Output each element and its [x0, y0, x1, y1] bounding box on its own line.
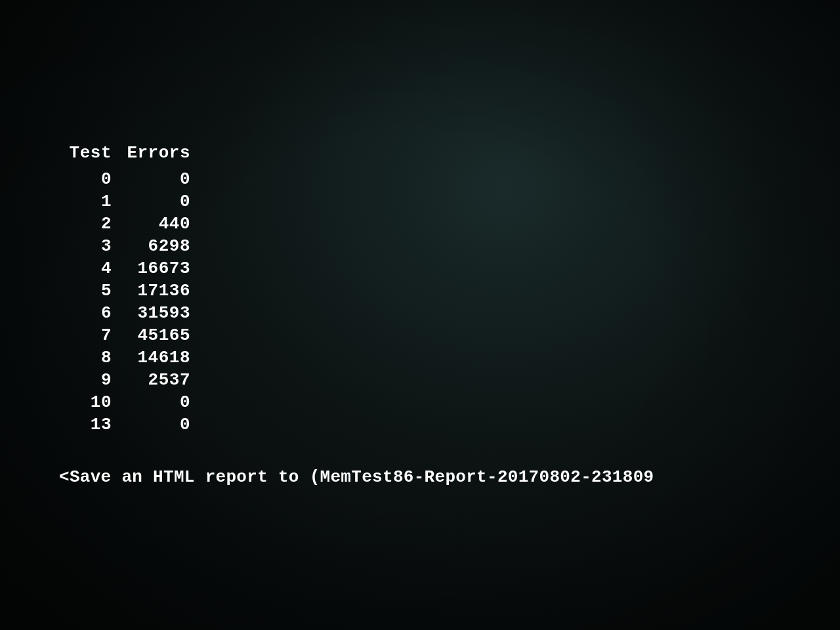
table-body: 0010244036298416673517136631593745165814…: [59, 169, 840, 434]
header-errors: Errors: [112, 143, 190, 163]
status-line: <Save an HTML report to (MemTest86-Repor…: [59, 467, 840, 487]
cell-errors: 0: [112, 392, 190, 412]
table-row: 814618: [59, 348, 840, 368]
table-row: 130: [59, 415, 840, 434]
header-test: Test: [59, 143, 112, 163]
cell-errors: 31593: [112, 303, 190, 323]
screen-content: Test Errors 0010244036298416673517136631…: [0, 143, 840, 487]
cell-errors: 45165: [112, 326, 190, 345]
cell-test: 6: [59, 303, 112, 323]
test-table: Test Errors 0010244036298416673517136631…: [59, 143, 840, 434]
cell-test: 2: [59, 214, 112, 234]
table-row: 100: [59, 392, 840, 412]
cell-test: 8: [59, 348, 112, 368]
cell-errors: 0: [112, 192, 190, 211]
cell-test: 13: [59, 415, 112, 434]
cell-test: 3: [59, 236, 112, 256]
table-row: 2440: [59, 214, 840, 234]
cell-test: 5: [59, 281, 112, 301]
table-row: 416673: [59, 259, 840, 278]
cell-errors: 6298: [112, 236, 190, 256]
cell-errors: 440: [112, 214, 190, 234]
table-header: Test Errors: [59, 143, 840, 167]
table-row: 36298: [59, 236, 840, 256]
table-row: 92537: [59, 370, 840, 390]
cell-test: 7: [59, 326, 112, 345]
cell-test: 0: [59, 169, 112, 189]
table-row: 00: [59, 169, 840, 189]
cell-test: 10: [59, 392, 112, 412]
cell-test: 9: [59, 370, 112, 390]
table-row: 10: [59, 192, 840, 211]
cell-errors: 2537: [112, 370, 190, 390]
cell-errors: 16673: [112, 259, 190, 278]
cell-errors: 17136: [112, 281, 190, 301]
table-row: 517136: [59, 281, 840, 301]
cell-test: 4: [59, 259, 112, 278]
cell-errors: 0: [112, 415, 190, 434]
table-row: 631593: [59, 303, 840, 323]
cell-test: 1: [59, 192, 112, 211]
cell-errors: 0: [112, 169, 190, 189]
table-row: 745165: [59, 326, 840, 345]
cell-errors: 14618: [112, 348, 190, 368]
